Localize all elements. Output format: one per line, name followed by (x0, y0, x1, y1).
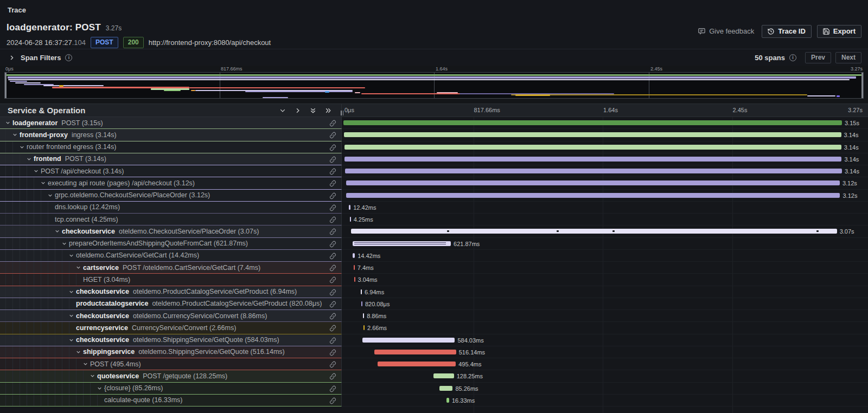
span-bar[interactable] (353, 253, 355, 258)
row-expander chevron-down-icon[interactable] (83, 362, 90, 366)
row-expander chevron-down-icon[interactable] (69, 289, 76, 294)
span-bar[interactable] (363, 313, 365, 318)
span-row-label[interactable]: POST /api/checkout (3.14s) (0, 165, 342, 177)
span-bar[interactable] (446, 398, 449, 403)
row-expander chevron-down-icon[interactable] (41, 180, 48, 185)
span-link-icon chain-link-icon[interactable] (329, 216, 336, 225)
span-bar[interactable] (351, 229, 837, 234)
span-bar[interactable] (361, 301, 362, 306)
column-resize-grip[interactable] (341, 111, 343, 115)
trace-minimap[interactable] (4, 72, 864, 99)
span-bar[interactable] (344, 145, 841, 150)
row-expander chevron-down-icon[interactable] (12, 132, 20, 137)
span-row-label[interactable]: prepareOrderItemsAndShippingQuoteFromCar… (0, 238, 342, 250)
minimap-drag-handle[interactable] (5, 73, 7, 98)
span-count-info-icon[interactable]: i (789, 54, 796, 61)
row-expander chevron-down-icon[interactable] (55, 229, 62, 234)
span-link-icon chain-link-icon[interactable] (329, 131, 336, 141)
span-link-icon chain-link-icon[interactable] (329, 228, 336, 237)
span-link-icon chain-link-icon[interactable] (329, 119, 336, 129)
export-button[interactable]: Export (817, 25, 861, 38)
span-link-icon chain-link-icon[interactable] (329, 349, 336, 358)
row-expander chevron-down-icon[interactable] (48, 193, 55, 198)
row-expander chevron-down-icon[interactable] (97, 386, 104, 391)
span-bar[interactable] (439, 386, 453, 391)
row-expander chevron-down-icon[interactable] (69, 338, 76, 343)
span-bar[interactable] (353, 241, 451, 246)
collapse-all-icon double-chevron-down-icon[interactable] (310, 107, 316, 114)
span-row-label[interactable]: tcp.connect (4.25ms) (0, 214, 342, 225)
span-link-icon chain-link-icon[interactable] (329, 179, 336, 189)
span-link-icon chain-link-icon[interactable] (329, 252, 336, 262)
span-link-icon chain-link-icon[interactable] (329, 156, 336, 165)
span-bar[interactable] (378, 362, 456, 366)
span-row-label[interactable]: {closure} (85.26ms) (0, 383, 342, 395)
next-span-button[interactable]: Next (835, 52, 861, 63)
span-bar[interactable] (433, 373, 454, 378)
span-row-label[interactable]: calculate-quote (16.33ms) (0, 395, 342, 406)
collapse-one-icon chevron-down-icon[interactable] (279, 107, 286, 114)
span-bar[interactable] (343, 120, 842, 125)
span-bar[interactable] (344, 132, 841, 137)
span-row-label[interactable]: checkoutserviceoteldemo.ShippingService/… (0, 334, 342, 346)
row-expander chevron-down-icon[interactable] (34, 169, 41, 173)
trace-id-button[interactable]: Trace ID (762, 25, 812, 38)
span-row-label[interactable]: checkoutserviceoteldemo.CurrencyService/… (0, 310, 342, 322)
span-row-label[interactable]: checkoutserviceoteldemo.CheckoutService/… (0, 225, 342, 237)
span-row-label[interactable]: quoteservicePOST /getquote (128.25ms) (0, 370, 342, 382)
span-bar[interactable] (346, 193, 840, 198)
span-row-label[interactable]: currencyserviceCurrencyService/Convert (… (0, 322, 342, 334)
span-link-icon chain-link-icon[interactable] (329, 240, 336, 250)
span-row-label[interactable]: shippingserviceoteldemo.ShippingService/… (0, 346, 342, 358)
row-expander chevron-down-icon[interactable] (27, 157, 34, 162)
span-link-icon chain-link-icon[interactable] (329, 264, 336, 274)
span-row-label[interactable]: frontend-proxyingress (3.14s) (0, 129, 342, 141)
minimap-drag-handle[interactable] (861, 73, 863, 98)
expand-one-icon chevron-right-icon[interactable] (295, 107, 301, 114)
span-link-icon chain-link-icon[interactable] (329, 324, 336, 334)
span-bar[interactable] (374, 350, 456, 354)
span-row-label[interactable]: executing api route (pages) /api/checkou… (0, 177, 342, 189)
row-expander chevron-down-icon[interactable] (69, 253, 76, 258)
span-bar[interactable] (350, 217, 351, 222)
span-row-label[interactable]: oteldemo.CartService/GetCart (14.42ms) (0, 250, 342, 262)
row-expander chevron-down-icon[interactable] (76, 265, 83, 270)
span-bar[interactable] (354, 277, 355, 282)
span-link-icon chain-link-icon[interactable] (329, 360, 336, 370)
info-icon[interactable]: i (65, 54, 72, 61)
span-bar[interactable] (363, 325, 365, 330)
span-link-icon chain-link-icon[interactable] (329, 385, 336, 395)
span-row-label[interactable]: router frontend egress (3.14s) (0, 141, 342, 153)
span-row-label[interactable]: checkoutserviceoteldemo.ProductCatalogSe… (0, 286, 342, 298)
span-bar[interactable] (345, 169, 842, 173)
span-link-icon chain-link-icon[interactable] (329, 300, 336, 310)
span-row-label[interactable]: frontendPOST (3.14s) (0, 153, 342, 165)
row-expander chevron-down-icon[interactable] (69, 313, 76, 318)
span-row-label[interactable]: productcatalogserviceoteldemo.ProductCat… (0, 298, 342, 310)
span-link-icon chain-link-icon[interactable] (329, 397, 336, 406)
span-bar[interactable] (354, 265, 355, 270)
span-row-label[interactable]: dns.lookup (12.42ms) (0, 202, 342, 214)
span-bar[interactable] (344, 157, 841, 162)
span-bar[interactable] (362, 338, 455, 343)
span-link-icon chain-link-icon[interactable] (329, 337, 336, 346)
span-row-label[interactable]: HGET (3.04ms) (0, 274, 342, 286)
span-link-icon chain-link-icon[interactable] (329, 312, 336, 322)
span-row-label[interactable]: loadgeneratorPOST (3.15s) (0, 117, 342, 129)
span-row-label[interactable]: grpc.oteldemo.CheckoutService/PlaceOrder… (0, 190, 342, 202)
row-expander chevron-down-icon[interactable] (62, 241, 69, 246)
span-bar[interactable] (346, 180, 840, 185)
span-link-icon chain-link-icon[interactable] (329, 167, 336, 177)
prev-span-button[interactable]: Prev (805, 52, 831, 63)
span-link-icon chain-link-icon[interactable] (329, 276, 336, 286)
span-link-icon chain-link-icon[interactable] (329, 204, 336, 214)
span-bar[interactable] (349, 205, 351, 210)
span-link-icon chain-link-icon[interactable] (329, 288, 336, 298)
give-feedback-link[interactable]: Give feedback (698, 25, 754, 35)
span-link-icon chain-link-icon[interactable] (329, 192, 336, 202)
row-expander chevron-down-icon[interactable] (76, 350, 83, 354)
span-row-label[interactable]: POST (495.4ms) (0, 358, 342, 370)
expand-all-icon double-chevron-right-icon[interactable] (325, 107, 331, 114)
row-expander chevron-down-icon[interactable] (5, 120, 12, 125)
row-expander chevron-down-icon[interactable] (90, 373, 97, 378)
